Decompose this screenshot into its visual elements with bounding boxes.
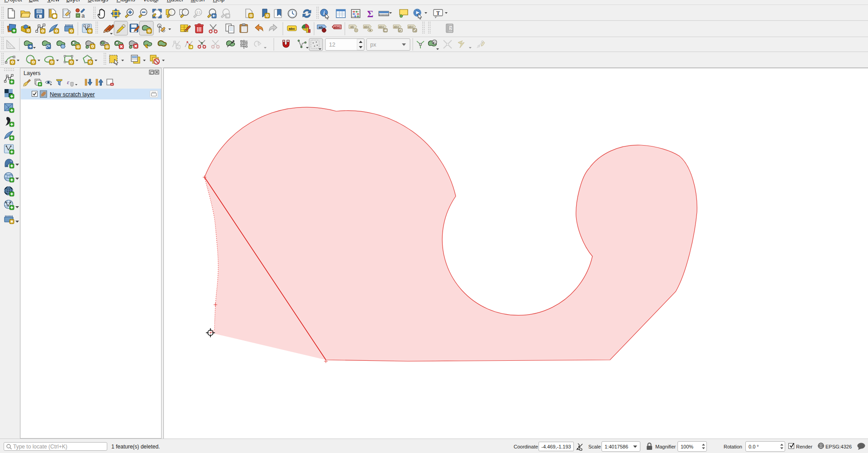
svg-text:abc: abc xyxy=(408,25,414,28)
svg-text:abc: abc xyxy=(379,25,384,28)
svg-text:12: 12 xyxy=(329,42,335,48)
svg-text:ab: ab xyxy=(350,25,354,28)
svg-text:ε: ε xyxy=(67,79,70,85)
svg-text:abc: abc xyxy=(394,25,399,28)
svg-text:abc: abc xyxy=(334,25,340,29)
svg-text:T: T xyxy=(436,10,440,16)
svg-text:a: a xyxy=(81,12,85,19)
svg-text:px: px xyxy=(370,42,377,48)
svg-text:abc: abc xyxy=(364,25,369,28)
svg-text:1:1: 1:1 xyxy=(196,11,200,14)
svg-text:?: ? xyxy=(449,26,452,31)
svg-text:Σ: Σ xyxy=(367,9,373,19)
